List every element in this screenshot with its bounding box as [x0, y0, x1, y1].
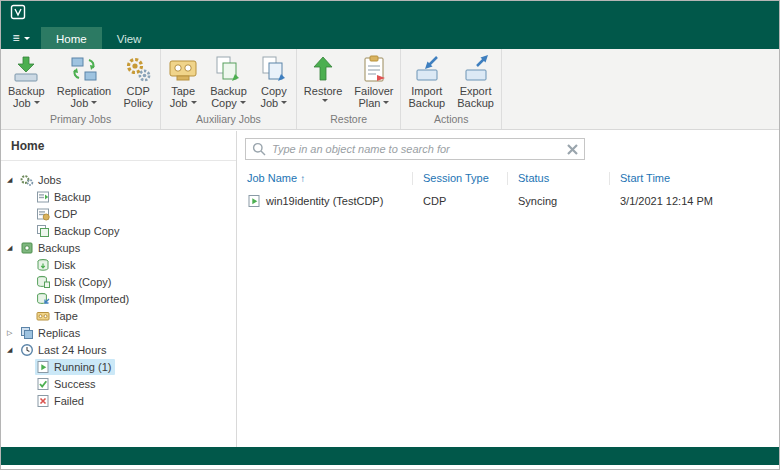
search-input[interactable]	[272, 143, 564, 155]
grid-header-row: Job Name ↑ Session Type Status Start Tim…	[237, 169, 779, 187]
tab-view[interactable]: View	[102, 27, 157, 49]
tree-item-backup[interactable]: Backup	[1, 188, 236, 205]
tree-item-label: Disk	[54, 259, 75, 271]
chevron-down-icon	[24, 37, 30, 43]
tape-job-button[interactable]: Tape Job	[162, 51, 204, 112]
tree-item-failed[interactable]: Failed	[1, 392, 236, 409]
dropdown-caret-icon	[383, 101, 389, 107]
tree-item-last-24-hours[interactable]: ◢ Last 24 Hours	[1, 341, 236, 358]
backups-icon	[20, 241, 34, 255]
cell-status: Syncing	[508, 195, 610, 207]
export-backup-icon	[461, 54, 491, 84]
tree-item-label: Last 24 Hours	[38, 344, 106, 356]
tree-item-label: CDP	[54, 208, 77, 220]
failover-plan-icon	[359, 54, 389, 84]
copy-job-button[interactable]: Copy Job	[253, 51, 295, 112]
navigation-tree: ◢ Jobs Backup CDP	[1, 161, 236, 409]
app-window: ≡ Home View Backup Job Replica	[0, 0, 780, 470]
expander-icon[interactable]: ◢	[7, 176, 19, 184]
cell-start-time: 3/1/2021 12:14 PM	[610, 195, 779, 207]
ribbon-group-label: Actions	[402, 112, 499, 129]
button-label: Replication	[57, 85, 111, 97]
ribbon-group-label: Primary Jobs	[2, 112, 159, 129]
button-label: Plan	[358, 97, 380, 109]
tree-item-tape[interactable]: Tape	[1, 307, 236, 324]
dropdown-caret-icon	[34, 101, 40, 107]
app-logo-icon	[10, 4, 26, 24]
column-header-start-time[interactable]: Start Time	[610, 172, 779, 185]
sessions-grid: Job Name ↑ Session Type Status Start Tim…	[237, 169, 779, 210]
tree-item-running[interactable]: Running (1)	[1, 358, 236, 375]
sidebar-header: Home	[1, 131, 236, 161]
success-jobs-icon	[36, 377, 50, 391]
tree-item-disk-copy[interactable]: Disk (Copy)	[1, 273, 236, 290]
tree-item-label: Replicas	[38, 327, 80, 339]
tab-view-label: View	[117, 33, 142, 45]
column-header-status[interactable]: Status	[508, 172, 610, 185]
tree-item-disk[interactable]: Disk	[1, 256, 236, 273]
cdp-policy-icon	[123, 54, 153, 84]
backup-copy-button[interactable]: Backup Copy	[204, 51, 253, 112]
search-icon	[252, 142, 266, 156]
button-label: Backup	[8, 85, 45, 97]
tree-item-label: Backup	[54, 191, 91, 203]
column-header-session-type[interactable]: Session Type	[413, 172, 508, 185]
failed-jobs-icon	[36, 394, 50, 408]
tape-job-icon	[168, 54, 198, 84]
cdp-icon	[36, 207, 50, 221]
restore-icon	[308, 54, 338, 84]
tree-item-replicas[interactable]: ▷ Replicas	[1, 324, 236, 341]
title-bar	[1, 1, 779, 27]
import-backup-button[interactable]: Import Backup	[402, 51, 451, 112]
dropdown-caret-icon	[281, 101, 287, 107]
tree-item-label: Backup Copy	[54, 225, 119, 237]
tree-item-backups[interactable]: ◢ Backups	[1, 239, 236, 256]
expander-icon[interactable]: ◢	[7, 244, 19, 252]
clear-search-icon[interactable]	[564, 141, 580, 157]
button-label: Copy	[211, 97, 237, 109]
expander-icon[interactable]: ▷	[7, 329, 19, 337]
table-row[interactable]: win19identity (TestCDP) CDP Syncing 3/1/…	[237, 192, 779, 210]
navigation-sidebar: Home ◢ Jobs Backup	[1, 131, 237, 447]
tree-item-disk-imported[interactable]: Disk (Imported)	[1, 290, 236, 307]
main-panel: Job Name ↑ Session Type Status Start Tim…	[237, 131, 779, 447]
cell-job-name: win19identity (TestCDP)	[266, 195, 383, 207]
dropdown-caret-icon	[91, 101, 97, 107]
column-header-label: Start Time	[620, 172, 670, 184]
sort-ascending-icon: ↑	[300, 173, 305, 184]
tab-home[interactable]: Home	[41, 27, 102, 49]
button-label: Job	[13, 97, 31, 109]
tab-bar: ≡ Home View	[1, 27, 779, 49]
search-box	[245, 138, 585, 160]
replication-job-button[interactable]: Replication Job	[51, 51, 117, 112]
expander-icon[interactable]: ◢	[7, 346, 19, 354]
tree-item-success[interactable]: Success	[1, 375, 236, 392]
column-header-job-name[interactable]: Job Name ↑	[237, 172, 413, 185]
hamburger-icon: ≡	[12, 32, 19, 44]
backup-job-button[interactable]: Backup Job	[2, 51, 51, 112]
export-backup-button[interactable]: Export Backup	[451, 51, 500, 112]
tree-item-cdp[interactable]: CDP	[1, 205, 236, 222]
column-header-label: Session Type	[423, 172, 489, 184]
tree-item-label: Running (1)	[54, 361, 111, 373]
failover-plan-button[interactable]: Failover Plan	[348, 51, 399, 112]
backup-copy-jobs-icon	[36, 224, 50, 238]
cdp-policy-button[interactable]: CDP Policy	[117, 51, 159, 112]
ribbon-group-actions: Import Backup Export Backup Actions	[401, 49, 501, 129]
button-label: Export	[460, 85, 492, 97]
replication-job-icon	[69, 54, 99, 84]
button-label: Backup	[210, 85, 247, 97]
tree-item-label: Jobs	[38, 174, 61, 186]
tree-item-label: Disk (Imported)	[54, 293, 129, 305]
main-menu-button[interactable]: ≡	[1, 27, 41, 49]
backup-job-icon	[11, 54, 41, 84]
button-label: Policy	[123, 97, 152, 109]
button-label: Job	[71, 97, 89, 109]
tree-item-backup-copy[interactable]: Backup Copy	[1, 222, 236, 239]
button-label: Restore	[304, 85, 343, 97]
tree-item-jobs[interactable]: ◢ Jobs	[1, 171, 236, 188]
disk-imported-icon	[36, 292, 50, 306]
column-header-label: Job Name	[247, 172, 297, 184]
restore-button[interactable]: Restore	[298, 51, 349, 108]
running-jobs-icon	[36, 360, 50, 374]
